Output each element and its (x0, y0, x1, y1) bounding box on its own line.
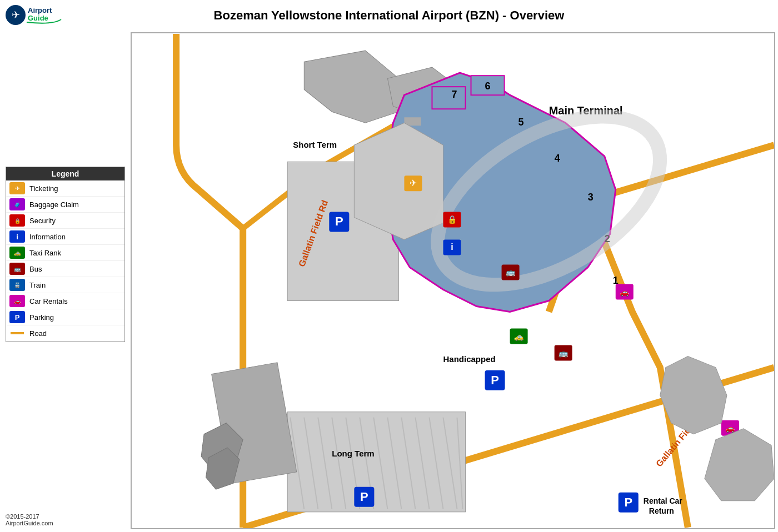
bus-icon: 🚌 (9, 263, 25, 275)
road-icon (9, 327, 25, 339)
legend-item-parking: P Parking (6, 309, 124, 325)
taxi-label: Taxi Rank (29, 249, 61, 257)
copyright: ©2015-2017 AirportGuide.com (6, 513, 53, 526)
ticketing-icon: ✈ (9, 182, 25, 194)
car-rentals-label: Car Rentals (29, 297, 68, 305)
svg-rect-45 (432, 87, 465, 109)
legend-item-information: i Information (6, 229, 124, 245)
information-label: Information (29, 233, 66, 241)
map-svg: Gallatin Field Rd Gallatin Field Rd 7 6 … (132, 33, 774, 528)
legend-item-security: 🔒 Security (6, 213, 124, 229)
svg-text:🚌: 🚌 (506, 268, 516, 277)
svg-text:✈: ✈ (12, 9, 20, 21)
svg-text:6: 6 (485, 81, 491, 92)
svg-text:Guide: Guide (28, 14, 48, 22)
parking-icon: P (9, 311, 25, 323)
legend-item-taxi: 🚕 Taxi Rank (6, 245, 124, 261)
svg-text:Airport: Airport (28, 6, 52, 14)
svg-text:P: P (624, 495, 632, 509)
bus-label: Bus (29, 265, 42, 273)
svg-text:Rental Car: Rental Car (644, 496, 683, 505)
svg-text:5: 5 (518, 117, 524, 128)
svg-text:P: P (360, 490, 368, 504)
svg-text:i: i (451, 242, 453, 252)
svg-text:🚕: 🚕 (514, 332, 524, 342)
legend-panel: Legend ✈ Ticketing 🧳 Baggage Claim 🔒 Sec… (6, 167, 125, 342)
information-icon: i (9, 230, 25, 243)
svg-text:P: P (335, 214, 343, 228)
header: ✈ Airport Guide Bozeman Yellowstone Inte… (0, 0, 778, 31)
legend-item-bus: 🚌 Bus (6, 261, 124, 277)
svg-text:7: 7 (451, 89, 457, 100)
taxi-icon: 🚕 (9, 247, 25, 259)
svg-rect-26 (287, 412, 465, 512)
svg-text:🚆: 🚆 (14, 282, 21, 289)
map-area: Gallatin Field Rd Gallatin Field Rd 7 6 … (131, 32, 775, 529)
baggage-icon: 🧳 (9, 198, 25, 210)
legend-item-car-rentals: 🚗 Car Rentals (6, 293, 124, 309)
svg-text:🚗: 🚗 (14, 298, 21, 305)
logo: ✈ Airport Guide (6, 3, 78, 28)
legend-title: Legend (6, 167, 124, 180)
parking-label: Parking (29, 313, 54, 322)
legend-item-road: Road (6, 325, 124, 342)
svg-text:Return: Return (649, 506, 674, 515)
ticketing-label: Ticketing (29, 184, 58, 193)
page-title: Bozeman Yellowstone International Airpor… (214, 8, 565, 23)
svg-text:Handicapped: Handicapped (443, 354, 495, 364)
legend-item-ticketing: ✈ Ticketing (6, 180, 124, 197)
svg-text:3: 3 (588, 192, 594, 203)
svg-text:Short Term: Short Term (293, 140, 337, 149)
svg-text:P: P (15, 313, 20, 322)
svg-text:🚗: 🚗 (620, 288, 630, 297)
main-container: ✈ Airport Guide Bozeman Yellowstone Inte… (0, 0, 778, 532)
svg-text:🔒: 🔒 (447, 215, 457, 224)
train-icon: 🚆 (9, 279, 25, 291)
svg-text:🔒: 🔒 (14, 218, 21, 224)
svg-text:4: 4 (555, 153, 560, 164)
svg-text:Long Term: Long Term (332, 449, 374, 458)
legend-item-baggage: 🧳 Baggage Claim (6, 197, 124, 213)
svg-text:i: i (16, 233, 18, 241)
road-label: Road (29, 329, 47, 338)
train-label: Train (29, 281, 46, 289)
svg-text:🚕: 🚕 (14, 249, 21, 257)
security-icon: 🔒 (9, 214, 25, 227)
svg-text:🚌: 🚌 (14, 265, 21, 273)
legend-item-train: 🚆 Train (6, 277, 124, 293)
car-rentals-icon: 🚗 (9, 295, 25, 307)
svg-text:🧳: 🧳 (14, 201, 21, 208)
svg-marker-49 (354, 123, 443, 239)
svg-text:🚌: 🚌 (558, 349, 568, 358)
svg-text:P: P (491, 373, 499, 387)
svg-text:✈: ✈ (410, 178, 417, 188)
svg-text:✈: ✈ (15, 185, 20, 192)
baggage-label: Baggage Claim (29, 200, 79, 209)
svg-text:🚗: 🚗 (725, 424, 735, 433)
security-label: Security (29, 217, 56, 225)
